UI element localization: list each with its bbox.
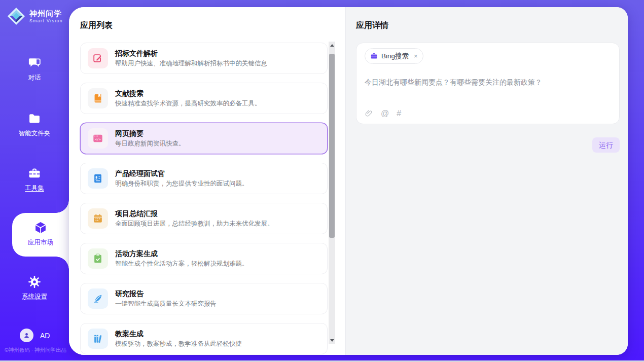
app-card-lesson-plan[interactable]: 教案生成 模板驱动，教案秒成，教学准备从此轻松快捷 [80,323,328,354]
brand-tagline: Smart Vision [29,18,63,23]
tool-tag-label: Bing搜索 [381,52,409,61]
app-card-literature-search[interactable]: 文献搜索 快速精准查找学术资源，提高研究效率的必备工具。 [80,83,328,114]
app-list: 招标文件解析 帮助用户快速、准确地理解和解析招标书中的关键信息 文献搜索 [80,43,328,354]
tag-close-icon[interactable]: × [414,53,418,59]
main-container: 应用列表 招标文件解析 帮助用户快速、准确地理解和解析招标书中的关键信息 [69,7,628,355]
resume-person-icon [88,168,108,189]
sidebar-item-label: 工具集 [0,184,69,193]
app-name: 项目总结汇报 [115,209,274,218]
app-desc: 帮助用户快速、准确地理解和解析招标书中的关键信息 [115,60,267,67]
app-name: 招标文件解析 [115,49,267,58]
run-row: 运行 [356,137,620,153]
triangle-down-icon [330,339,334,342]
sidebar-item-label: 对话 [0,74,69,82]
tool-tag-bing-search[interactable]: Bing搜索 × [365,48,423,64]
sidebar-item-chat[interactable]: 对话 [0,56,69,82]
app-name: 文献搜索 [115,89,261,98]
scrollbar-up-button[interactable] [329,42,335,49]
sidebar-item-label: 系统设置 [0,293,69,301]
prompt-text[interactable]: 今日湖北有哪些新闻要点？有哪些需要关注的最新政策？ [365,77,611,87]
calendar-report-icon [88,208,108,229]
app-desc: 模板驱动，教案秒成，教学准备从此轻松快捷 [115,340,242,348]
mention-icon[interactable]: @ [381,109,389,118]
cube-icon [33,221,48,235]
app-name: 研究报告 [115,289,217,298]
app-card-bid-analysis[interactable]: 招标文件解析 帮助用户快速、准确地理解和解析招标书中的关键信息 [80,43,328,74]
app-card-event-plan[interactable]: 活动方案生成 智能生成个性化活动方案，轻松解决规划难题。 [80,243,328,274]
sidebar-item-smart-folder[interactable]: 智能文件夹 [0,112,69,138]
books-icon [88,329,108,349]
app-card-project-summary[interactable]: 项目总结汇报 全面回顾项目进展，总结经验教训，助力未来优化发展。 [80,203,328,234]
avatar [20,329,33,342]
app-name: 产品经理面试官 [115,169,248,178]
brand-name: 神州问学 [29,9,63,18]
app-window: 神州问学 Smart Vision 对话 智能文件夹 [0,0,644,362]
chat-icon [27,56,42,70]
ink-pen-icon [88,288,108,309]
app-desc: 一键智能生成高质量长文本研究报告 [115,300,217,308]
document-edit-icon [88,48,108,68]
app-detail-title: 应用详情 [356,20,620,30]
app-card-research-report[interactable]: 研究报告 一键智能生成高质量长文本研究报告 [80,283,328,314]
triangle-up-icon [330,44,334,47]
sidebar-item-settings[interactable]: 系统设置 [0,275,69,301]
app-desc: 每日政府新闻资讯快查。 [115,140,185,148]
clipboard-check-icon [88,248,108,269]
browser-code-icon: </> [88,128,108,149]
input-toolbar: @ # [365,109,401,118]
svg-text:</>: </> [95,137,101,141]
person-icon [22,331,31,340]
brand-logo: 神州问学 Smart Vision [7,7,63,26]
gear-icon [27,275,42,289]
app-detail-panel: 应用详情 Bing搜索 × 今日湖北有哪些新闻要点？有哪些需要关注的最新政策？ [346,7,628,355]
briefcase-icon [370,52,378,60]
scrollbar-down-button[interactable] [329,337,335,344]
sidebar-item-label: 智能文件夹 [0,129,69,138]
book-icon [88,88,108,108]
app-name: 教案生成 [115,330,242,338]
sidebar: 神州问学 Smart Vision 对话 智能文件夹 [0,0,69,360]
folder-icon [27,112,42,126]
toolbox-icon [27,166,42,180]
app-desc: 全面回顾项目进展，总结经验教训，助力未来优化发展。 [115,220,274,228]
scrollbar-thumb[interactable] [329,54,335,238]
app-name: 活动方案生成 [115,249,248,258]
prompt-input-card[interactable]: Bing搜索 × 今日湖北有哪些新闻要点？有哪些需要关注的最新政策？ @ # [356,43,620,124]
diamond-logo-icon [7,7,26,26]
user-name: AD [40,332,50,340]
app-list-panel: 应用列表 招标文件解析 帮助用户快速、准确地理解和解析招标书中的关键信息 [69,7,346,355]
app-name: 网页摘要 [115,129,185,138]
sidebar-item-label: 应用市场 [12,238,69,247]
hash-icon[interactable]: # [397,109,401,118]
run-button[interactable]: 运行 [592,137,620,153]
list-scrollbar[interactable] [329,42,335,344]
app-desc: 明确身份和职责，为您提供专业性的面试问题。 [115,180,248,188]
app-card-web-summary-selected[interactable]: </> 网页摘要 每日政府新闻资讯快查。 [80,123,328,154]
app-desc: 快速精准查找学术资源，提高研究效率的必备工具。 [115,100,261,107]
app-list-title: 应用列表 [80,20,345,30]
user-account[interactable]: AD [20,329,50,342]
paperclip-icon[interactable] [365,109,373,118]
sidebar-item-toolset[interactable]: 工具集 [0,166,69,193]
sidebar-item-app-market[interactable]: 应用市场 [12,213,69,257]
copyright-text: ©神州数码 · 神州问学出品 [5,347,70,354]
app-desc: 智能生成个性化活动方案，轻松解决规划难题。 [115,260,248,268]
app-card-pm-interviewer[interactable]: 产品经理面试官 明确身份和职责，为您提供专业性的面试问题。 [80,163,328,194]
